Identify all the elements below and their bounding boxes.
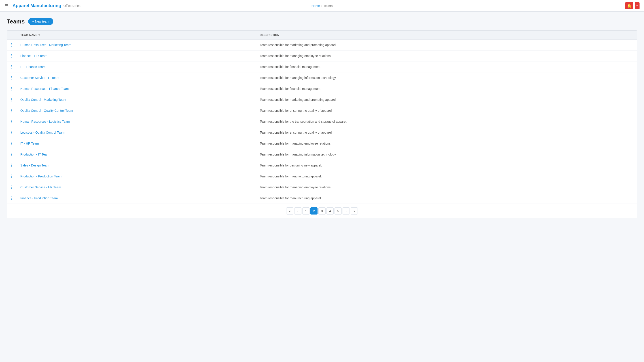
row-team-name-cell: Sales - Design Team [17, 160, 256, 171]
row-team-name-cell: Human Resources - Finance Team [17, 83, 256, 94]
team-name-link[interactable]: Finance - Production Team [20, 196, 58, 200]
row-team-name-cell: Human Resources - Logistics Team [17, 116, 256, 127]
teams-table-container: TEAM NAME ▿ DESCRIPTION Human Resources … [7, 30, 637, 218]
row-team-name-cell: Customer Service - IT Team [17, 72, 256, 83]
row-description-text: Team responsible for managing informatio… [260, 153, 336, 156]
row-menu-button[interactable] [10, 163, 13, 168]
row-description-cell: Team responsible for managing employee r… [256, 50, 637, 61]
team-name-link[interactable]: Human Resources - Finance Team [20, 87, 69, 90]
team-name-link[interactable]: Sales - Design Team [20, 164, 49, 167]
row-description-text: Team responsible for the transportation … [260, 120, 347, 123]
row-menu-cell [7, 39, 17, 50]
row-menu-cell [7, 116, 17, 127]
team-name-link[interactable]: Logistics - Quality Control Team [20, 131, 64, 134]
row-team-name-cell: Finance - HR Team [17, 50, 256, 61]
row-menu-button[interactable] [10, 141, 13, 146]
row-menu-button[interactable] [10, 108, 13, 113]
row-description-cell: Team responsible for the transportation … [256, 116, 637, 127]
col-actions [7, 31, 17, 39]
row-description-cell: Team responsible for managing employee r… [256, 138, 637, 149]
row-description-cell: Team responsible for ensuring the qualit… [256, 105, 637, 116]
row-menu-cell [7, 171, 17, 182]
navbar-brand: ☰ Apparel Manufacturing OfficeSeries [4, 3, 80, 8]
table-row: Production - IT TeamTeam responsible for… [7, 149, 637, 160]
breadcrumb: Home » Teams [312, 4, 332, 7]
row-menu-button[interactable] [10, 75, 13, 80]
hamburger-icon[interactable]: ☰ [4, 3, 8, 8]
pagination-last[interactable]: » [350, 207, 358, 215]
pagination-page-3[interactable]: 3 [318, 207, 326, 215]
row-description-cell: Team responsible for manufacturing appar… [256, 171, 637, 182]
row-menu-cell [7, 50, 17, 61]
row-description-text: Team responsible for managing employee r… [260, 142, 332, 145]
row-menu-cell [7, 105, 17, 116]
row-menu-button[interactable] [10, 86, 13, 91]
page-title: Teams [7, 18, 24, 25]
row-menu-button[interactable] [10, 97, 13, 102]
team-name-link[interactable]: Human Resources - Logistics Team [20, 120, 70, 123]
team-name-link[interactable]: Customer Service - IT Team [20, 76, 59, 79]
team-name-link[interactable]: Finance - HR Team [20, 54, 47, 58]
team-name-link[interactable]: Production - Production Team [20, 175, 62, 178]
row-menu-cell [7, 72, 17, 83]
team-name-link[interactable]: Quality Control - Marketing Team [20, 98, 66, 101]
row-description-cell: Team responsible for manufacturing appar… [256, 193, 637, 204]
notification-icon: 🔔 [627, 3, 632, 8]
row-description-text: Team responsible for manufacturing appar… [260, 175, 322, 178]
breadcrumb-home[interactable]: Home [312, 4, 320, 7]
row-menu-button[interactable] [10, 174, 13, 179]
pagination-page-4[interactable]: 4 [326, 207, 334, 215]
pagination-prev[interactable]: ‹ [294, 207, 302, 215]
row-description-cell: Team responsible for managing informatio… [256, 149, 637, 160]
chevron-down-icon: ▾ [636, 4, 638, 7]
team-name-link[interactable]: Quality Control - Quality Control Team [20, 109, 73, 112]
row-menu-cell [7, 83, 17, 94]
pagination-page-5[interactable]: 5 [334, 207, 342, 215]
row-menu-button[interactable] [10, 64, 13, 69]
notification-dropdown-button[interactable]: ▾ [634, 2, 640, 9]
team-name-link[interactable]: IT - HR Team [20, 142, 39, 145]
row-menu-button[interactable] [10, 185, 13, 190]
brand-name: Apparel Manufacturing [12, 3, 61, 8]
table-row: Quality Control - Quality Control TeamTe… [7, 105, 637, 116]
pagination: « ‹ 1 2 3 4 5 › » [7, 204, 637, 218]
filter-icon[interactable]: ▿ [38, 33, 40, 37]
row-menu-button[interactable] [10, 196, 13, 201]
pagination-next[interactable]: › [342, 207, 350, 215]
notification-button[interactable]: 🔔 [625, 2, 633, 9]
team-name-link[interactable]: Human Resources - Marketing Team [20, 43, 71, 47]
row-description-text: Team responsible for managing employee r… [260, 54, 332, 58]
pagination-page-2[interactable]: 2 [310, 207, 318, 215]
row-description-cell: Team responsible for financial managemen… [256, 61, 637, 72]
row-menu-button[interactable] [10, 119, 13, 124]
row-team-name-cell: Quality Control - Marketing Team [17, 94, 256, 105]
team-name-link[interactable]: IT - Finance Team [20, 65, 46, 69]
breadcrumb-current: Teams [323, 4, 332, 7]
row-menu-button[interactable] [10, 152, 13, 157]
row-team-name-cell: IT - Finance Team [17, 61, 256, 72]
pagination-page-1[interactable]: 1 [302, 207, 310, 215]
table-row: Finance - HR TeamTeam responsible for ma… [7, 50, 637, 61]
row-menu-button[interactable] [10, 53, 13, 58]
row-description-cell: Team responsible for ensuring the qualit… [256, 127, 637, 138]
new-team-button[interactable]: + New team [28, 18, 53, 25]
row-description-text: Team responsible for financial managemen… [260, 65, 321, 69]
row-menu-cell [7, 193, 17, 204]
pagination-first[interactable]: « [286, 207, 294, 215]
row-description-text: Team responsible for ensuring the qualit… [260, 109, 332, 112]
col-team-name: TEAM NAME ▿ [17, 31, 256, 39]
table-row: Logistics - Quality Control TeamTeam res… [7, 127, 637, 138]
row-menu-button[interactable] [10, 42, 13, 48]
table-row: Production - Production TeamTeam respons… [7, 171, 637, 182]
row-menu-cell [7, 127, 17, 138]
team-name-link[interactable]: Production - IT Team [20, 153, 49, 156]
row-menu-button[interactable] [10, 130, 13, 135]
col-description: DESCRIPTION [256, 31, 637, 39]
table-row: IT - Finance TeamTeam responsible for fi… [7, 61, 637, 72]
row-description-text: Team responsible for financial managemen… [260, 87, 321, 90]
team-name-link[interactable]: Customer Service - HR Team [20, 185, 61, 189]
teams-table: TEAM NAME ▿ DESCRIPTION Human Resources … [7, 31, 637, 204]
table-row: IT - HR TeamTeam responsible for managin… [7, 138, 637, 149]
table-row: Customer Service - HR TeamTeam responsib… [7, 182, 637, 193]
row-menu-cell [7, 149, 17, 160]
